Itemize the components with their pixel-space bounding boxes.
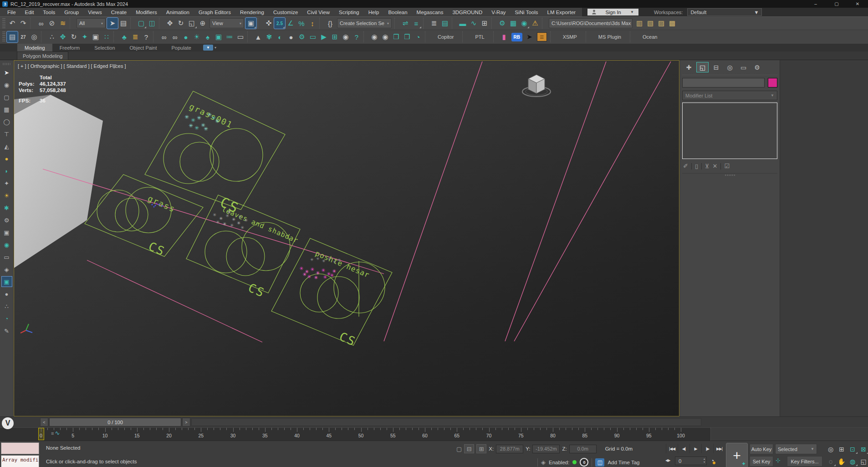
star-shape-icon[interactable]: ✦ — [2, 178, 12, 188]
teal-sphere-icon[interactable]: ● — [180, 31, 191, 42]
ms-plugin-button[interactable]: MS Plugin — [591, 32, 628, 42]
key-mode-toggle[interactable]: ◀▶ — [665, 458, 670, 462]
layer-manager-icon[interactable]: ≣ — [429, 18, 439, 29]
rendered-frame-window-icon[interactable]: ▦ — [508, 18, 519, 29]
gear-utility-icon[interactable]: ⚙ — [2, 215, 12, 225]
menu-item-lm-exporter[interactable]: LM Exporter — [542, 10, 580, 15]
time-tag-cube-icon[interactable]: ◫ — [595, 458, 604, 467]
gray-slab-mesh[interactable] — [14, 95, 103, 268]
eyes-pair-a-icon[interactable]: ∞ — [158, 31, 169, 42]
menu-item-megascans[interactable]: Megascans — [412, 10, 448, 15]
shield-icon[interactable]: ◈ — [541, 459, 546, 466]
page-flip-a-icon[interactable]: ❒ — [391, 31, 402, 42]
cone-primitive-icon[interactable]: ◭ — [2, 141, 12, 151]
yellow-sphere-icon[interactable]: ● — [2, 154, 12, 164]
diamond-helper-icon[interactable]: ◈ — [2, 264, 12, 274]
render-setup-icon[interactable]: ⚙ — [497, 18, 508, 29]
menu-item-views[interactable]: Views — [83, 10, 106, 15]
use-pivot-point-center-icon[interactable]: ▣ — [245, 18, 256, 29]
toolbar-grip[interactable] — [2, 18, 5, 28]
select-and-scale-icon[interactable]: ◱ — [186, 18, 197, 29]
magnify-icon[interactable]: ◎ — [29, 31, 40, 42]
zoom-extents-icon[interactable]: ⊡ — [847, 443, 858, 455]
select-and-manipulate-icon[interactable]: ✜ — [263, 18, 274, 29]
teal-list-icon[interactable]: ≔ — [224, 31, 235, 42]
menu-item-civil-view[interactable]: Civil View — [302, 10, 334, 15]
project-folder-dropdown[interactable]: C:\Users\ROG\Documents\3ds Max 2024▾ — [549, 18, 633, 28]
scatter-dots-icon[interactable]: ∴ — [46, 31, 57, 42]
play-button[interactable]: ▶ — [689, 444, 701, 453]
curve-editor-icon[interactable]: ∿ — [468, 18, 479, 29]
mirror-icon[interactable]: ⇌ — [400, 18, 411, 29]
zoom-region-icon[interactable]: ◌ — [825, 455, 836, 467]
ribbon-tab-populate[interactable]: Populate — [164, 44, 198, 51]
polygon-modeling-panel-tab[interactable]: Polygon Modeling — [17, 51, 68, 60]
dots-tool-icon[interactable]: ∴ — [2, 301, 12, 311]
object-name-field[interactable] — [682, 78, 765, 87]
configure-modifier-sets-icon[interactable]: ☑ — [724, 163, 730, 169]
render-warning-icon[interactable]: ⚠ — [530, 18, 541, 29]
viewport-filter-icon[interactable] — [111, 64, 117, 69]
edit-named-selection-sets-icon[interactable]: {} — [325, 18, 336, 29]
maxscript-macro-recorder[interactable] — [1, 442, 39, 454]
panel-divider[interactable] — [682, 173, 777, 177]
menu-item-rendering[interactable]: Rendering — [235, 10, 269, 15]
eyes-pair-b-icon[interactable]: ∞ — [169, 31, 180, 42]
go-to-start-button[interactable]: |◀◀ — [666, 444, 678, 453]
menu-item-3dground[interactable]: 3DGROUND — [448, 10, 487, 15]
ribbon-tab-freeform[interactable]: Freeform — [52, 44, 87, 51]
zoom-icon[interactable]: ◎ — [825, 443, 836, 455]
select-cursor-icon[interactable]: ➤ — [2, 67, 12, 77]
page-flip-b-icon[interactable]: ❒ — [402, 31, 413, 42]
modifier-list-dropdown[interactable]: Modifier List ▼ — [682, 91, 777, 100]
close-button[interactable]: ✕ — [847, 0, 868, 8]
maxscript-mini-listener[interactable]: Array modifi — [1, 455, 39, 467]
viewport[interactable]: [ + ] [ Orthographic ] [ Standard ] [ Ed… — [14, 60, 679, 416]
selection-lock-icon[interactable]: ⊟ — [464, 444, 474, 453]
orange-panel-icon[interactable]: ☰ — [537, 32, 547, 41]
menu-item-file[interactable]: File — [3, 10, 20, 15]
menu-item-modifiers[interactable]: Modifiers — [131, 10, 162, 15]
angle-snap-icon[interactable]: ∠ — [285, 18, 296, 29]
menu-item-v-ray[interactable]: V-Ray — [487, 10, 510, 15]
schematic-view-icon[interactable]: ⊞ — [479, 18, 490, 29]
ptl-button[interactable]: PTL — [468, 32, 491, 42]
view-cube[interactable] — [522, 75, 551, 97]
menu-item-scripting[interactable]: Scripting — [334, 10, 364, 15]
plus-box-icon[interactable]: ⊞ — [329, 31, 340, 42]
box-primitive-icon[interactable]: ▢ — [2, 92, 12, 102]
workspace-dropdown[interactable]: Default ▼ — [687, 8, 762, 16]
remove-modifier-icon[interactable]: ✕ — [713, 163, 718, 169]
ribbon-minimize-icon[interactable]: ▼ — [203, 45, 213, 51]
previous-frame-arrow[interactable]: < — [40, 418, 48, 426]
mini-teapot-icon[interactable]: ◉ — [2, 80, 12, 90]
ribbon-tab-object-paint[interactable]: Object Paint — [123, 44, 164, 51]
current-frame-field[interactable]: 0 ▴▾ — [675, 457, 707, 465]
redo-icon[interactable]: ↷ — [18, 18, 29, 29]
zero-badge[interactable]: 0 — [580, 458, 588, 467]
help-circle-icon[interactable]: ? — [141, 31, 152, 42]
toolbar-grip[interactable] — [3, 63, 10, 65]
maximize-viewport-icon[interactable]: ◱ — [858, 455, 868, 467]
gray-sphere-icon[interactable]: ● — [286, 31, 296, 42]
make-unique-icon[interactable]: ⊻ — [705, 163, 710, 169]
sparkle-tool-icon[interactable]: ✦ — [79, 31, 90, 42]
percent-snap-icon[interactable]: % — [296, 18, 307, 29]
pin-stack-icon[interactable]: ✐ — [683, 163, 688, 169]
dots-grid-icon[interactable]: ∷ — [101, 31, 112, 42]
unlink-selection-icon[interactable]: ⊘ — [46, 18, 57, 29]
menu-item-sini-tools[interactable]: SiNi Tools — [511, 10, 543, 15]
selection-region-icon[interactable]: ▢ — [456, 446, 462, 452]
create-tab[interactable]: ✚ — [683, 62, 694, 72]
named-selection-sets-dropdown[interactable]: Create Selection Se▾ — [337, 18, 392, 28]
mini-curve-editor-icon[interactable]: ≡∿ — [51, 430, 60, 436]
menu-item-boolean[interactable]: Boolean — [383, 10, 412, 15]
sun-light-icon[interactable]: ☀ — [2, 190, 12, 200]
ribbon-config[interactable]: ▼ ▾ — [203, 44, 216, 51]
menu-item-tools[interactable]: Tools — [38, 10, 60, 15]
select-object-icon[interactable]: ➤ — [107, 18, 118, 29]
teal-drop-icon[interactable]: ◗ — [2, 166, 12, 176]
window-crossing-icon[interactable]: ◫ — [147, 18, 158, 29]
select-and-link-icon[interactable]: ∞ — [36, 18, 46, 29]
gray-ball-icon[interactable]: ● — [2, 289, 12, 299]
